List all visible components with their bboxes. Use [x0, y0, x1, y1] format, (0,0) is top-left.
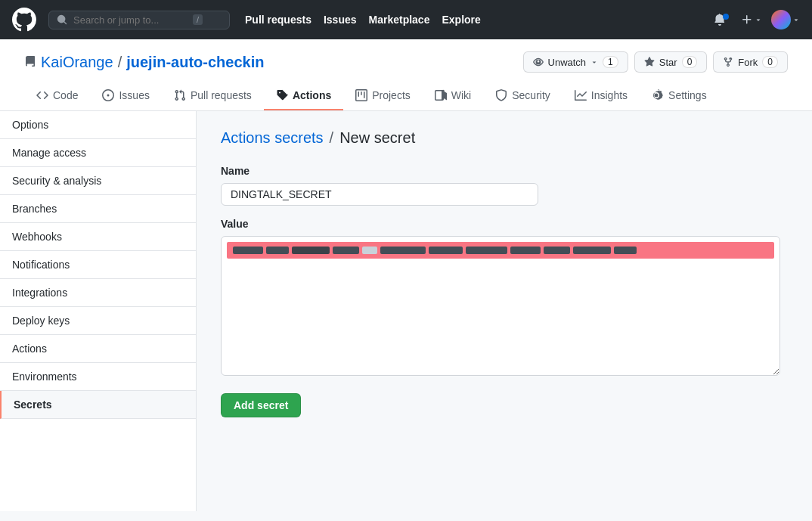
tab-security[interactable]: Security — [483, 82, 563, 110]
sidebar-environments[interactable]: Environments — [0, 363, 196, 391]
new-item-button[interactable] — [738, 11, 765, 29]
star-label: Star — [659, 57, 677, 68]
unwatch-label: Unwatch — [548, 57, 587, 68]
star-icon — [644, 57, 655, 67]
explore-nav-link[interactable]: Explore — [442, 14, 480, 26]
chevron-down-sm-icon — [590, 58, 598, 66]
name-input[interactable] — [221, 183, 538, 206]
tab-code[interactable]: Code — [24, 82, 90, 110]
sidebar-actions[interactable]: Actions — [0, 335, 196, 363]
github-logo-icon — [12, 8, 36, 32]
notif-dot — [723, 14, 729, 20]
sidebar-security-analysis[interactable]: Security & analysis — [0, 167, 196, 195]
code-icon — [36, 89, 48, 101]
settings-icon — [652, 89, 664, 101]
search-icon — [57, 14, 67, 25]
sidebar-webhooks[interactable]: Webhooks — [0, 223, 196, 251]
breadcrumb: Actions secrets / New secret — [221, 129, 788, 147]
value-form-section: Value — [221, 218, 788, 378]
page-layout: Options Manage access Security & analysi… — [0, 111, 812, 511]
sidebar-options[interactable]: Options — [0, 111, 196, 139]
name-label: Name — [221, 165, 788, 177]
sidebar-integrations[interactable]: Integrations — [0, 279, 196, 307]
fork-count: 0 — [762, 56, 778, 68]
value-textarea[interactable] — [221, 236, 780, 376]
actions-icon — [276, 89, 288, 101]
pull-requests-nav-link[interactable]: Pull requests — [245, 14, 311, 26]
tab-wiki[interactable]: Wiki — [423, 82, 483, 110]
repo-owner-link[interactable]: KaiOrange — [41, 54, 113, 71]
name-form-section: Name — [221, 165, 788, 206]
sidebar-manage-access[interactable]: Manage access — [0, 139, 196, 167]
tab-pull-requests[interactable]: Pull requests — [162, 82, 264, 110]
tab-projects[interactable]: Projects — [343, 82, 423, 110]
wiki-icon — [435, 89, 447, 101]
sidebar-branches[interactable]: Branches — [0, 195, 196, 223]
projects-icon — [355, 89, 367, 101]
search-input[interactable] — [73, 14, 187, 26]
unwatch-count: 1 — [603, 56, 618, 68]
repo-action-buttons: Unwatch 1 Star 0 Fork 0 — [523, 51, 788, 73]
sidebar-notifications[interactable]: Notifications — [0, 251, 196, 279]
fork-label: Fork — [738, 57, 758, 68]
tab-insights[interactable]: Insights — [563, 82, 640, 110]
repo-title-left: KaiOrange / juejin-auto-checkin — [24, 54, 264, 71]
add-secret-button[interactable]: Add secret — [221, 393, 301, 417]
top-nav-actions — [711, 10, 800, 29]
fork-button[interactable]: Fork 0 — [713, 51, 788, 73]
top-nav-links: Pull requests Issues Marketplace Explore — [245, 14, 481, 26]
search-kbd: / — [193, 14, 203, 25]
star-button[interactable]: Star 0 — [634, 51, 708, 73]
textarea-wrapper — [221, 236, 780, 378]
repo-name-link[interactable]: juejin-auto-checkin — [126, 54, 264, 71]
sidebar-secrets[interactable]: Secrets — [0, 391, 196, 419]
breadcrumb-current-page: New secret — [339, 129, 415, 147]
issues-nav-link[interactable]: Issues — [324, 14, 357, 26]
avatar-chevron-icon — [792, 16, 800, 23]
repo-title-row: KaiOrange / juejin-auto-checkin Unwatch … — [24, 51, 788, 73]
security-icon — [495, 89, 507, 101]
value-label: Value — [221, 218, 788, 230]
tab-settings[interactable]: Settings — [640, 82, 719, 110]
repo-separator: / — [118, 54, 122, 71]
avatar-button[interactable] — [771, 10, 800, 29]
search-box[interactable]: / — [48, 11, 230, 29]
main-content: Actions secrets / New secret Name Value — [197, 111, 812, 511]
sidebar: Options Manage access Security & analysi… — [0, 111, 197, 511]
avatar — [771, 10, 791, 29]
fork-icon — [723, 57, 733, 67]
pr-icon — [174, 89, 186, 101]
tab-issues[interactable]: Issues — [90, 82, 161, 110]
tab-actions[interactable]: Actions — [264, 82, 343, 110]
notifications-wrap — [711, 11, 732, 29]
sidebar-deploy-keys[interactable]: Deploy keys — [0, 307, 196, 335]
github-logo[interactable] — [12, 8, 36, 32]
plus-icon — [741, 14, 753, 26]
marketplace-nav-link[interactable]: Marketplace — [369, 14, 430, 26]
unwatch-button[interactable]: Unwatch 1 — [523, 51, 628, 73]
notifications-button[interactable] — [711, 11, 732, 29]
repo-icon — [24, 56, 36, 68]
breadcrumb-actions-secrets-link[interactable]: Actions secrets — [221, 129, 324, 147]
top-nav: / Pull requests Issues Marketplace Explo… — [0, 0, 812, 39]
star-count: 0 — [682, 56, 698, 68]
repo-tabs: Code Issues Pull requests Actions Projec… — [24, 82, 788, 110]
insights-icon — [575, 89, 587, 101]
eye-icon — [533, 57, 544, 67]
chevron-down-icon — [755, 16, 762, 23]
issues-icon — [102, 89, 114, 101]
breadcrumb-separator: / — [330, 129, 334, 147]
repo-header: KaiOrange / juejin-auto-checkin Unwatch … — [0, 39, 812, 111]
